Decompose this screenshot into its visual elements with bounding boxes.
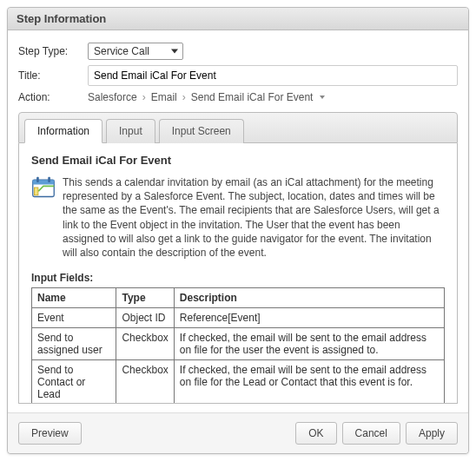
title-row: Title:	[18, 65, 458, 86]
col-description: Description	[174, 288, 444, 308]
info-heading: Send Email iCal For Event	[31, 154, 445, 167]
breadcrumb-part: Salesforce	[88, 91, 137, 103]
breadcrumb-part: Send Email iCal For Event	[191, 91, 314, 103]
col-type: Type	[116, 288, 174, 308]
cancel-button[interactable]: Cancel	[342, 422, 400, 445]
cell-description: If checked, the email will be sent to th…	[174, 360, 444, 404]
cell-name: Send to Contact or Lead	[32, 360, 116, 404]
input-fields-table: Name Type Description Event Object ID Re…	[31, 287, 445, 404]
svg-rect-2	[36, 177, 39, 182]
col-name: Name	[32, 288, 116, 308]
panel-title: Step Information	[8, 8, 468, 30]
footer: Preview OK Cancel Apply	[8, 412, 468, 453]
table-header-row: Name Type Description	[32, 288, 445, 308]
input-fields-label: Input Fields:	[31, 272, 445, 284]
title-input[interactable]	[88, 65, 458, 86]
action-row: Action: Salesforce › Email › Send Email …	[18, 91, 458, 103]
cell-type: Object ID	[116, 308, 174, 328]
info-description: This sends a calendar invitation by emai…	[63, 175, 445, 260]
table-row: Send to Contact or Lead Checkbox If chec…	[32, 360, 445, 404]
dropdown-icon	[320, 96, 325, 99]
ok-button[interactable]: OK	[295, 422, 336, 445]
tab-input-screen[interactable]: Input Screen	[159, 119, 244, 143]
svg-rect-4	[35, 188, 38, 195]
title-label: Title:	[18, 69, 88, 82]
tabstrip: Information Input Input Screen	[18, 112, 458, 143]
step-type-value: Service Call	[94, 45, 149, 57]
svg-rect-3	[48, 177, 50, 182]
cell-name: Event	[32, 308, 116, 328]
cell-type: Checkbox	[116, 328, 174, 360]
step-type-row: Step Type: Service Call	[18, 43, 458, 60]
panel-body: Step Type: Service Call Title: Action: S…	[8, 30, 468, 412]
tab-input[interactable]: Input	[106, 119, 155, 143]
calendar-icon	[31, 175, 56, 200]
step-information-panel: Step Information Step Type: Service Call…	[7, 7, 469, 454]
tab-label: Input Screen	[172, 125, 231, 137]
cell-description: If checked, the email will be sent to th…	[174, 328, 444, 360]
breadcrumb-separator-icon: ›	[142, 91, 146, 103]
footer-button-group: OK Cancel Apply	[295, 422, 458, 445]
table-row: Event Object ID Reference[Event]	[32, 308, 445, 328]
tab-content: Send Email iCal For Event This sends a c…	[18, 143, 458, 404]
cell-name: Send to assigned user	[32, 328, 116, 360]
step-type-select[interactable]: Service Call	[88, 43, 183, 60]
action-label: Action:	[18, 91, 88, 103]
cell-type: Checkbox	[116, 360, 174, 404]
cell-description: Reference[Event]	[174, 308, 444, 328]
tab-label: Information	[37, 125, 89, 137]
tab-label: Input	[119, 125, 142, 137]
preview-button[interactable]: Preview	[18, 422, 82, 445]
breadcrumb-separator-icon: ›	[182, 91, 186, 103]
svg-rect-1	[33, 180, 55, 184]
tab-information[interactable]: Information	[24, 119, 102, 143]
description-row: This sends a calendar invitation by emai…	[31, 175, 445, 260]
step-type-label: Step Type:	[18, 45, 88, 57]
breadcrumb-part: Email	[151, 91, 177, 103]
action-breadcrumb[interactable]: Salesforce › Email › Send Email iCal For…	[88, 91, 458, 103]
chevron-down-icon	[171, 49, 178, 54]
apply-button[interactable]: Apply	[406, 422, 458, 445]
table-row: Send to assigned user Checkbox If checke…	[32, 328, 445, 360]
